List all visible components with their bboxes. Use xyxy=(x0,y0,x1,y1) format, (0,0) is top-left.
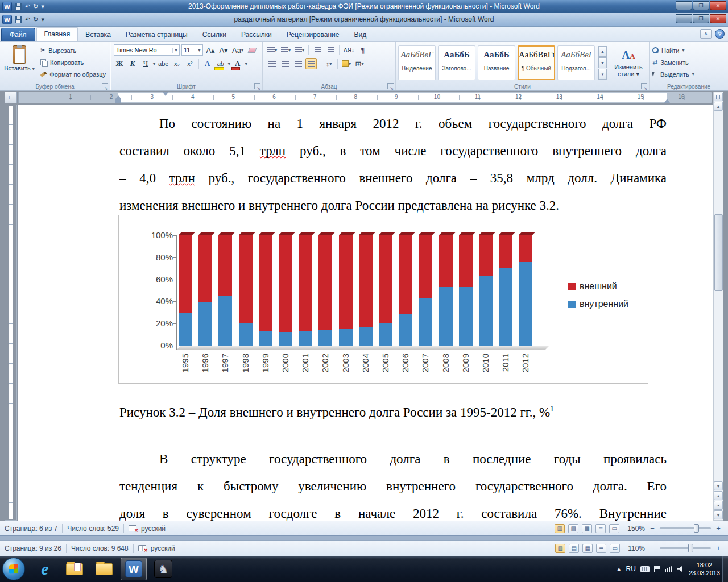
internet-explorer-taskbar-button[interactable]: e xyxy=(32,558,58,580)
documents-folder-taskbar-button[interactable] xyxy=(61,558,88,580)
restore-button[interactable]: ❐ xyxy=(693,14,709,23)
copy-button[interactable]: Копировать xyxy=(39,56,107,68)
left-indent-marker[interactable] xyxy=(115,99,121,103)
full-screen-reading-view-button[interactable]: ▤ xyxy=(569,544,579,553)
zoom-out-button[interactable]: − xyxy=(648,544,656,552)
style-card-Выделение[interactable]: АаБбВвГВыделение xyxy=(398,45,436,80)
shading-button[interactable]: ▾ xyxy=(341,58,352,69)
tab-Главная[interactable]: Главная xyxy=(36,27,78,41)
word-logo-icon[interactable]: W xyxy=(2,15,12,24)
start-button[interactable] xyxy=(2,558,25,580)
tab-Вставка[interactable]: Вставка xyxy=(78,28,118,41)
change-styles-button[interactable]: ААИзменить стили ▾ xyxy=(611,48,646,78)
network-icon[interactable] xyxy=(665,566,672,572)
increase-indent-button[interactable] xyxy=(325,44,336,56)
draft-view-button[interactable]: ▭ xyxy=(609,524,619,533)
tab-Ссылки[interactable]: Ссылки xyxy=(195,28,234,41)
style-card-Заголово...[interactable]: АаБбБЗаголово... xyxy=(438,45,475,80)
bullets-button[interactable]: ▾ xyxy=(266,44,278,56)
line-spacing-button[interactable]: ↕▾ xyxy=(323,58,334,69)
multilevel-list-button[interactable]: ▾ xyxy=(293,44,305,56)
zoom-slider[interactable] xyxy=(660,547,711,549)
close-button[interactable]: ✕ xyxy=(710,1,726,10)
show-desktop-button[interactable] xyxy=(722,556,728,582)
select-browse-object-button[interactable]: ● xyxy=(714,501,723,510)
bold-button[interactable]: Ж xyxy=(114,58,125,69)
document-page[interactable]: По состоянию на 1 января 2012 г. объем г… xyxy=(18,105,713,521)
grow-font-button[interactable]: А▴ xyxy=(205,44,216,56)
word-count[interactable]: Число слов: 529 xyxy=(67,525,119,533)
style-card-Название[interactable]: АаБбБНазвание xyxy=(478,45,515,80)
undo-icon[interactable]: ↶ xyxy=(25,3,30,10)
select-button[interactable]: Выделить ▾ xyxy=(652,69,725,80)
font-family-dropdown-icon[interactable]: ▾ xyxy=(172,48,179,53)
horizontal-ruler[interactable]: 12345678910111213141516 xyxy=(18,92,712,103)
align-center-button[interactable] xyxy=(279,58,291,69)
highlight-dropdown-icon[interactable]: ▾ xyxy=(228,61,230,66)
scrollbar-thumb[interactable] xyxy=(714,214,723,291)
font-color-button[interactable]: А xyxy=(232,58,243,69)
qat-dropdown-icon[interactable]: ▾ xyxy=(41,3,44,10)
full-screen-reading-view-button[interactable]: ▤ xyxy=(568,524,578,533)
vertical-ruler[interactable] xyxy=(5,105,17,521)
word-count[interactable]: Число слов: 9 648 xyxy=(71,544,129,552)
zoom-level[interactable]: 150% xyxy=(627,525,645,533)
word-taskbar-button[interactable]: W xyxy=(121,558,147,580)
borders-button[interactable]: ⊞▾ xyxy=(354,58,365,69)
zoom-level[interactable]: 110% xyxy=(628,544,645,552)
font-family-combo[interactable]: Times New Ro ▾ xyxy=(114,44,180,56)
replace-button[interactable]: ⇄ Заменить xyxy=(652,57,725,68)
tab-stop-selector[interactable]: ∟ xyxy=(5,92,17,103)
paragraph-dialog-launcher[interactable] xyxy=(387,83,394,89)
minimize-button[interactable]: — xyxy=(676,1,692,10)
underline-dropdown-icon[interactable]: ▾ xyxy=(153,61,155,66)
embedded-chart[interactable]: 100%80%60%40%20%0%1995199619971998199920… xyxy=(118,215,648,384)
zoom-slider[interactable] xyxy=(660,527,711,529)
scroll-down-button[interactable]: ▼ xyxy=(714,481,723,490)
zoom-slider-thumb[interactable] xyxy=(694,524,699,533)
tab-Разметка страницы[interactable]: Разметка страницы xyxy=(118,28,195,41)
vertical-scrollbar[interactable]: ▲ ▼ ▲ ● ▼ xyxy=(713,92,723,521)
zoom-out-button[interactable]: − xyxy=(648,524,656,533)
zoom-in-button[interactable]: + xyxy=(714,544,722,552)
first-line-indent-marker[interactable] xyxy=(163,92,168,96)
undo-icon[interactable]: ↶ xyxy=(25,16,30,23)
folder-taskbar-button[interactable] xyxy=(91,558,117,580)
previous-page-button[interactable]: ▲ xyxy=(714,491,723,500)
cut-button[interactable]: ✂ Вырезать xyxy=(39,44,107,56)
next-page-button[interactable]: ▼ xyxy=(714,510,723,519)
italic-button[interactable]: К xyxy=(127,58,138,69)
strikethrough-button[interactable]: abc xyxy=(157,58,169,69)
page-indicator[interactable]: Страница: 6 из 7 xyxy=(5,525,57,533)
scroll-up-button[interactable]: ▲ xyxy=(714,102,723,111)
app-taskbar-button[interactable]: ♞ xyxy=(150,558,176,580)
web-layout-view-button[interactable]: ▦ xyxy=(582,524,592,533)
sort-button[interactable]: АЯ↓ xyxy=(342,44,355,56)
text-effects-button[interactable]: А xyxy=(202,58,213,69)
action-center-flag-icon[interactable] xyxy=(654,566,660,572)
style-scroll-down[interactable]: ▼ xyxy=(598,57,607,68)
word-logo-icon[interactable]: W xyxy=(2,2,12,11)
draft-view-button[interactable]: ▭ xyxy=(610,544,620,553)
superscript-button[interactable]: x² xyxy=(184,58,196,69)
qat-dropdown-icon[interactable]: ▾ xyxy=(41,16,44,23)
justify-button[interactable] xyxy=(305,58,317,69)
tab-Вид[interactable]: Вид xyxy=(346,28,374,41)
save-icon[interactable] xyxy=(15,3,22,10)
styles-dialog-launcher[interactable] xyxy=(641,83,647,89)
close-button[interactable]: ✕ xyxy=(710,14,726,23)
underline-button[interactable]: Ч xyxy=(140,58,151,69)
paste-dropdown-icon[interactable]: ▾ xyxy=(32,66,35,72)
maximize-button[interactable]: ❐ xyxy=(693,1,709,10)
style-card-¶ Обычный[interactable]: АаБбВвГг,¶ Обычный xyxy=(518,45,555,80)
zoom-in-button[interactable]: + xyxy=(714,524,722,533)
save-icon[interactable] xyxy=(15,16,22,23)
subscript-button[interactable]: x₂ xyxy=(171,58,183,69)
font-color-dropdown-icon[interactable]: ▾ xyxy=(245,61,247,66)
page-indicator[interactable]: Страница: 9 из 26 xyxy=(5,544,61,552)
view-ruler-toggle-button[interactable] xyxy=(714,93,723,101)
redo-icon[interactable]: ↻ xyxy=(33,16,38,23)
decrease-indent-button[interactable] xyxy=(312,44,323,56)
redo-icon[interactable]: ↻ xyxy=(33,3,38,10)
outline-view-button[interactable]: ≣ xyxy=(595,524,606,533)
